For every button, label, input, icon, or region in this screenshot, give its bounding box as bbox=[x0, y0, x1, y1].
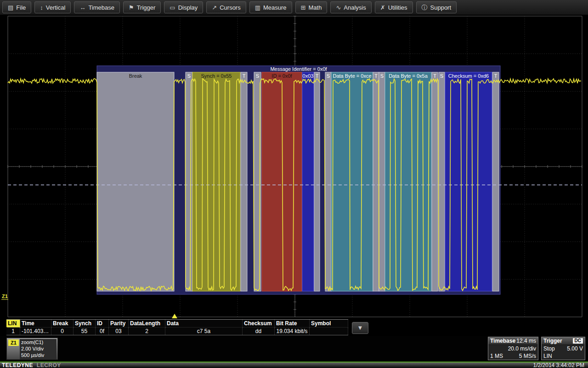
decode-segment-label: T bbox=[433, 73, 436, 79]
table-header-parity: Parity bbox=[109, 320, 129, 328]
timebase-per-div: 20.0 ms/div bbox=[488, 345, 538, 352]
menu-label-vertical: Vertical bbox=[46, 4, 66, 11]
support-icon: ⓘ bbox=[422, 5, 428, 11]
menu-button-timebase[interactable]: ↔Timebase bbox=[74, 1, 120, 13]
menu-label-utilities: Utilities bbox=[388, 4, 407, 11]
table-header-synch: Synch bbox=[74, 320, 96, 328]
decode-segment-label: Synch = 0x55 bbox=[201, 73, 232, 79]
decode-segment-teal bbox=[331, 72, 373, 291]
table-cell-time: -101.403… bbox=[20, 328, 51, 335]
decode-segment-label: T bbox=[374, 73, 378, 79]
decode-segment-label: S bbox=[256, 73, 259, 79]
menu-button-display[interactable]: ▭Display bbox=[164, 1, 203, 13]
table-cell-bit-rate: 19.034 kbit/s bbox=[275, 328, 310, 335]
timebase-label: Timebase bbox=[490, 338, 515, 344]
decode-segment-label: T bbox=[494, 73, 498, 79]
chevron-down-icon: ▼ bbox=[357, 324, 363, 331]
decode-segment-olive bbox=[192, 72, 240, 291]
decode-segment-label: S bbox=[380, 73, 384, 79]
table-cell-symbol bbox=[310, 328, 348, 335]
measure-icon: ▥ bbox=[255, 5, 260, 11]
trigger-header: Trigger DC bbox=[542, 337, 585, 345]
math-icon: ⊞ bbox=[301, 5, 306, 11]
z1-time-per-div: 500 µs/div bbox=[21, 352, 55, 358]
table-cell-break: 0 bbox=[51, 328, 74, 335]
trigger-icon: ⚑ bbox=[129, 5, 134, 11]
table-header-datalength: DataLength bbox=[129, 320, 165, 328]
menu-button-utilities[interactable]: ✗Utilities bbox=[375, 1, 413, 13]
decode-segment-label: Data Byte = 0x5a bbox=[389, 73, 428, 79]
menu-label-measure: Measure bbox=[263, 4, 287, 11]
decode-segment-teal bbox=[385, 72, 431, 291]
decode-table-header-row: LINTimeBreakSynchIDParityDataLengthDataC… bbox=[6, 320, 348, 328]
table-header-id: ID bbox=[96, 320, 109, 328]
top-menu-bar: ▤File↕Vertical↔Timebase⚑Trigger▭Display↗… bbox=[0, 0, 588, 15]
timebase-offset: 12.4 ms bbox=[516, 338, 536, 344]
z1-trace-descriptor[interactable]: Z1 zoom(C1) 2.00 V/div 500 µs/div bbox=[6, 338, 58, 360]
decode-segment-marker bbox=[241, 72, 247, 291]
decode-segment-label: T bbox=[316, 73, 319, 79]
scope-display-area: Message Identifier = 0x0fBreakSSynch = 0… bbox=[0, 15, 588, 319]
trigger-source: LIN bbox=[543, 352, 552, 360]
menu-button-file[interactable]: ▤File bbox=[2, 1, 31, 13]
menu-button-cursors[interactable]: ↗Cursors bbox=[206, 1, 246, 13]
table-cell-lin: 1 bbox=[6, 328, 20, 335]
decode-segment-label: T bbox=[243, 73, 246, 79]
decode-segment-marker bbox=[373, 72, 379, 291]
trigger-coupling-badge: DC bbox=[573, 338, 583, 344]
menu-label-file: File bbox=[16, 4, 26, 11]
table-header-bit-rate: Bit Rate bbox=[275, 320, 310, 328]
analysis-icon: ∿ bbox=[336, 5, 341, 11]
decode-segment-label: S bbox=[440, 73, 443, 79]
decode-segment-label: S bbox=[187, 73, 191, 79]
timebase-samples: 1 MS bbox=[490, 352, 503, 360]
menu-button-trigger[interactable]: ⚑Trigger bbox=[123, 1, 161, 13]
decode-segment-gray bbox=[97, 72, 174, 291]
table-header-symbol: Symbol bbox=[310, 320, 348, 328]
trigger-status-box[interactable]: Trigger DC Stop 5.00 V LIN bbox=[541, 337, 585, 360]
decode-segment-marker bbox=[492, 72, 499, 291]
table-header-checksum: Checksum bbox=[243, 320, 275, 328]
menu-label-math: Math bbox=[308, 4, 322, 11]
z1-volts-per-div: 2.00 V/div bbox=[21, 345, 55, 352]
oscilloscope-app: ▤File↕Vertical↔Timebase⚑Trigger▭Display↗… bbox=[0, 0, 588, 368]
trigger-position-marker[interactable] bbox=[172, 314, 177, 318]
table-header-lin: LIN bbox=[6, 320, 20, 328]
table-header-break: Break bbox=[51, 320, 74, 328]
footer-bar: TELEDYNE LECROY 1/2/2014 3:44:02 PM bbox=[0, 362, 588, 368]
menu-button-math[interactable]: ⊞Math bbox=[295, 1, 328, 13]
timebase-header: Timebase 12.4 ms bbox=[488, 337, 538, 345]
table-cell-id: 0f bbox=[96, 328, 109, 335]
table-header-data: Data bbox=[165, 320, 243, 328]
table-cell-parity: 03 bbox=[109, 328, 129, 335]
z1-descriptor-panel: zoom(C1) 2.00 V/div 500 µs/div bbox=[20, 339, 57, 359]
menu-button-vertical[interactable]: ↕Vertical bbox=[34, 1, 71, 13]
display-icon: ▭ bbox=[170, 5, 175, 11]
brand-lecroy: LECROY bbox=[37, 362, 61, 368]
decode-segment-marker bbox=[432, 72, 438, 291]
z1-source-label: zoom(C1) bbox=[21, 339, 55, 345]
decode-segment-label: Break bbox=[129, 73, 142, 79]
timebase-status-box[interactable]: Timebase 12.4 ms 20.0 ms/div 1 MS 5 MS/s bbox=[488, 337, 538, 360]
clock-datetime: 1/2/2014 3:44:02 PM bbox=[533, 362, 584, 368]
trigger-level: 5.00 V bbox=[567, 345, 583, 352]
trace-label-z1[interactable]: Z1 bbox=[2, 293, 8, 299]
decode-table-value-row: 1-101.403…0550f032c7 5add19.034 kbit/s bbox=[6, 328, 348, 335]
menu-button-analysis[interactable]: ∿Analysis bbox=[330, 1, 371, 13]
waveform-display: Message Identifier = 0x0fBreakSSynch = 0… bbox=[0, 15, 588, 319]
decode-segment-label: Data Byte = 0xce bbox=[333, 73, 371, 79]
decode-segment-marker bbox=[439, 72, 445, 291]
cursors-icon: ↗ bbox=[212, 5, 217, 11]
decode-segment-label: S bbox=[327, 73, 330, 79]
decode-segment-label: ID = 0x0f bbox=[271, 73, 292, 79]
menu-button-measure[interactable]: ▥Measure bbox=[249, 1, 292, 13]
bottom-info-bar: Z1 zoom(C1) 2.00 V/div 500 µs/div Timeba… bbox=[0, 336, 588, 362]
timebase-sampling: 1 MS 5 MS/s bbox=[488, 352, 538, 360]
table-scroll-down-button[interactable]: ▼ bbox=[352, 322, 368, 334]
trigger-mode-level: Stop 5.00 V bbox=[542, 345, 585, 352]
trigger-mode: Stop bbox=[543, 345, 555, 352]
menu-button-support[interactable]: ⓘSupport bbox=[416, 1, 457, 13]
trigger-source-line: LIN bbox=[542, 352, 585, 360]
brand-teledyne: TELEDYNE bbox=[2, 362, 33, 368]
menu-label-support: Support bbox=[430, 4, 452, 11]
